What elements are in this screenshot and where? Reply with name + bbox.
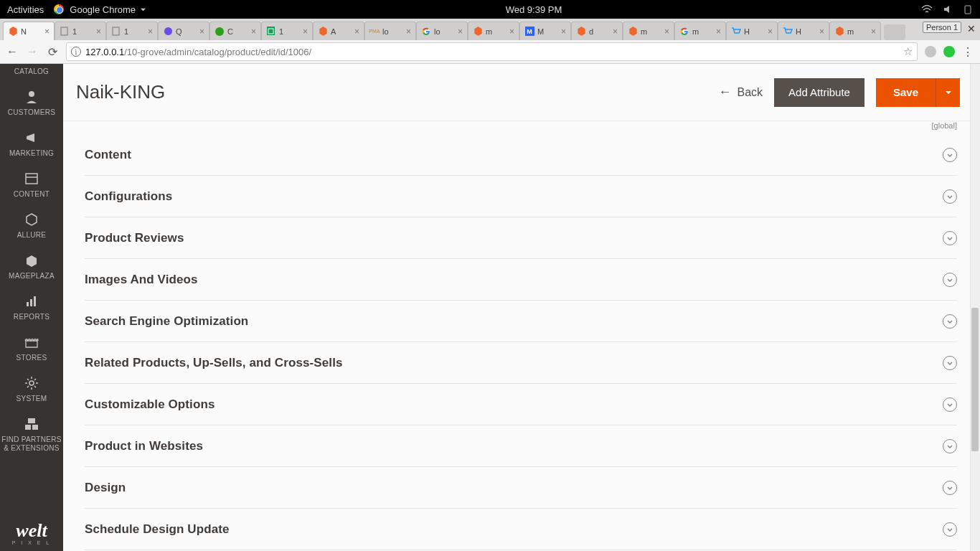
browser-tab[interactable]: m× (674, 22, 726, 40)
tab-close-icon[interactable]: × (768, 27, 773, 37)
sidebar-item-label: CUSTOMERS (8, 108, 55, 116)
tab-close-icon[interactable]: × (561, 27, 566, 37)
svg-rect-11 (30, 299, 32, 306)
tab-close-icon[interactable]: × (406, 27, 411, 37)
chevron-down-icon (943, 148, 957, 162)
scrollbar-track[interactable] (970, 64, 980, 551)
browser-tab[interactable]: A× (313, 22, 364, 40)
activities-label[interactable]: Activities (7, 4, 44, 15)
reload-button[interactable]: ⟳ (46, 45, 59, 59)
app-container: CATALOGCUSTOMERSMARKETINGCONTENTALLUREMA… (0, 64, 980, 551)
save-dropdown-toggle[interactable] (936, 78, 960, 107)
tab-close-icon[interactable]: × (148, 27, 153, 37)
bars-icon (1, 293, 62, 309)
section-title: Images And Videos (85, 273, 198, 287)
active-app-indicator[interactable]: Google Chrome (54, 4, 146, 15)
address-bar[interactable]: i 127.0.0.1/10-grove/admin/catalog/produ… (66, 42, 918, 61)
active-app-name: Google Chrome (70, 4, 136, 15)
m-app-icon: M (524, 27, 534, 37)
browser-tab[interactable]: MM× (519, 22, 571, 40)
page-title: Naik-KING (76, 81, 165, 103)
sidebar-item-customers[interactable]: CUSTOMERS (0, 83, 63, 124)
back-button[interactable]: ← (6, 45, 19, 58)
tab-close-icon[interactable]: × (303, 27, 308, 37)
chevron-down-icon (943, 522, 957, 537)
browser-tab[interactable]: 1× (106, 22, 158, 40)
section-schedule-design-update[interactable]: Schedule Design Update (85, 509, 957, 550)
tab-close-icon[interactable]: × (44, 27, 50, 37)
sidebar-item-catalog[interactable]: CATALOG (0, 64, 63, 83)
browser-tab[interactable]: 1× (55, 22, 106, 40)
browser-menu-icon[interactable]: ⋮ (962, 45, 974, 59)
browser-tab[interactable]: C× (209, 22, 261, 40)
bookmark-star-icon[interactable]: ☆ (903, 45, 913, 58)
browser-tab[interactable]: H× (726, 22, 778, 40)
new-tab-button[interactable] (884, 24, 905, 40)
sidebar-item-stores[interactable]: STORES (0, 329, 63, 369)
section-search-engine-optimization[interactable]: Search Engine Optimization (85, 301, 957, 342)
section-product-in-websites[interactable]: Product in Websites (85, 425, 957, 467)
sidebar-item-marketing[interactable]: MARKETING (0, 124, 63, 165)
window-close-icon[interactable]: ✕ (967, 23, 976, 34)
browser-tab[interactable]: PMAlo× (364, 22, 416, 40)
profile-badge[interactable]: Person 1 (923, 22, 961, 33)
wifi-icon[interactable] (921, 5, 933, 14)
scrollbar-thumb[interactable] (971, 308, 979, 451)
tab-close-icon[interactable]: × (664, 27, 669, 37)
sidebar-item-find[interactable]: FIND PARTNERS& EXTENSIONS (0, 410, 63, 460)
tab-close-icon[interactable]: × (96, 27, 101, 37)
tab-label: N (21, 27, 27, 36)
site-info-icon[interactable]: i (71, 47, 81, 57)
volume-icon[interactable] (943, 4, 953, 14)
svg-rect-10 (27, 302, 29, 306)
tab-close-icon[interactable]: × (354, 27, 359, 37)
section-content[interactable]: Content (85, 134, 957, 176)
section-images-and-videos[interactable]: Images And Videos (85, 259, 957, 301)
tab-close-icon[interactable]: × (819, 27, 824, 37)
back-link[interactable]: ← Back (718, 85, 763, 100)
chevron-down-icon (943, 356, 957, 370)
section-related-products-up-sells-and-cross-sells[interactable]: Related Products, Up-Sells, and Cross-Se… (85, 342, 957, 384)
save-button[interactable]: Save (876, 78, 936, 107)
browser-tab[interactable]: d× (571, 22, 623, 40)
main-content: Naik-KING ← Back Add Attribute Save [glo… (63, 64, 980, 551)
tab-close-icon[interactable]: × (716, 27, 721, 37)
browser-tab[interactable]: N× (3, 22, 55, 40)
extension-icon-2[interactable] (943, 46, 955, 57)
svg-rect-14 (28, 418, 35, 423)
extension-icon-1[interactable] (925, 46, 936, 57)
browser-tab[interactable]: Q× (158, 22, 209, 40)
browser-tab[interactable]: m× (623, 22, 674, 40)
magento-icon (473, 27, 483, 37)
caret-down-icon (945, 89, 952, 96)
browser-tab[interactable]: m× (468, 22, 519, 40)
sidebar-item-label: FIND PARTNERS& EXTENSIONS (1, 435, 62, 452)
add-attribute-button[interactable]: Add Attribute (774, 78, 864, 107)
sidebar-item-system[interactable]: SYSTEM (0, 369, 63, 410)
layout-icon (1, 171, 62, 187)
tab-close-icon[interactable]: × (613, 27, 618, 37)
magento-icon (576, 27, 586, 37)
sidebar-item-reports[interactable]: REPORTS (0, 288, 63, 329)
sidebar-item-content[interactable]: CONTENT (0, 165, 63, 206)
browser-tab[interactable]: H× (778, 22, 829, 40)
section-configurations[interactable]: Configurations (85, 176, 957, 217)
os-clock[interactable]: Wed 9:39 PM (506, 4, 562, 15)
section-customizable-options[interactable]: Customizable Options (85, 384, 957, 425)
tab-close-icon[interactable]: × (871, 27, 876, 37)
tab-close-icon[interactable]: × (251, 27, 256, 37)
sidebar-item-allure[interactable]: ALLURE (0, 206, 63, 247)
tab-close-icon[interactable]: × (458, 27, 463, 37)
tab-close-icon[interactable]: × (509, 27, 514, 37)
section-product-reviews[interactable]: Product Reviews (85, 217, 957, 259)
sidebar-item-label: REPORTS (14, 313, 50, 321)
power-icon[interactable] (963, 4, 973, 14)
os-top-bar: Activities Google Chrome Wed 9:39 PM (0, 0, 980, 19)
browser-tab[interactable]: m× (829, 22, 881, 40)
browser-tab[interactable]: lo× (416, 22, 468, 40)
tab-close-icon[interactable]: × (199, 27, 204, 37)
tab-label: m (641, 27, 647, 36)
browser-tab[interactable]: 1× (261, 22, 313, 40)
sidebar-item-mageplaza[interactable]: MAGEPLAZA (0, 247, 63, 288)
section-design[interactable]: Design (85, 467, 957, 509)
